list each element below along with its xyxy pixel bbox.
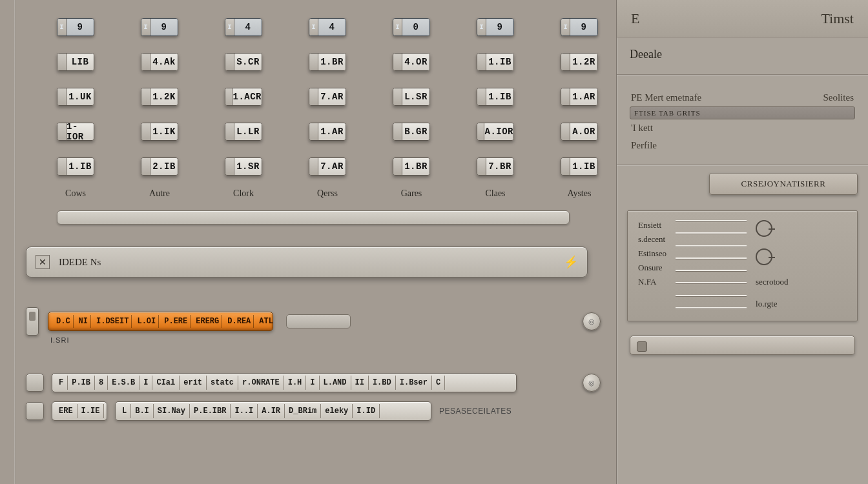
grid-cell[interactable]: 1.IB [561, 157, 598, 176]
grid-cell[interactable]: 4.OR [393, 53, 430, 71]
column-label: Qerss [309, 188, 346, 199]
column-label: Gares [393, 188, 430, 199]
header-cell[interactable]: I9 [57, 18, 94, 36]
details-section: Deeale [617, 37, 868, 75]
dial-control[interactable] [756, 220, 772, 237]
track-toggle-label: I.SRI [50, 336, 69, 344]
dial-control[interactable] [756, 248, 772, 265]
inspector-header: E Timst [617, 0, 868, 37]
grid-cell[interactable]: 1.AR [309, 123, 346, 141]
sequence-clip-short[interactable]: EREI.IEO [52, 401, 107, 421]
scrollbar[interactable] [57, 210, 570, 225]
active-clip[interactable]: D.C NI I.DSEIT L.OI P.ERE ERERG D.REA AT… [48, 312, 273, 331]
header-cell[interactable]: I4 [225, 18, 262, 36]
column-label: Claes [477, 188, 514, 199]
header-cell[interactable]: I0 [393, 18, 430, 36]
sequence-clip[interactable]: LB.ISI.Nay P.E.IBRI..IA.IR D_BRimelekyI.… [115, 401, 431, 421]
clip-tail[interactable] [286, 314, 351, 328]
grid-cell[interactable]: 1.BR [393, 157, 430, 176]
grid-row: 1-IOR 1.IK L.LR 1.AR B.GR A.IOR A.OR [26, 123, 601, 141]
track-toggle[interactable] [26, 307, 39, 336]
header-cell[interactable]: I4 [309, 18, 346, 36]
list-item-selected[interactable]: FTISE TAB GRITS [630, 106, 855, 119]
column-label: Autre [141, 188, 178, 199]
inspector-slider[interactable] [630, 336, 855, 355]
grid-cell[interactable]: 1.IK [141, 123, 178, 141]
grid-cell[interactable]: L.LR [225, 123, 262, 141]
header-left-label: E [631, 10, 639, 27]
list-section: PE Mert emetnafe Seolites FTISE TAB GRIT… [617, 75, 868, 165]
action-button[interactable]: CRSEJOYNATISIERR [709, 173, 858, 195]
row-knob-icon[interactable]: ◎ [583, 374, 601, 392]
grid-cell[interactable]: S.CR [225, 53, 262, 71]
grid-cell[interactable]: 1-IOR [57, 123, 94, 141]
grid-cell[interactable]: 1.2R [561, 53, 598, 71]
list-item[interactable]: Perfile [630, 137, 855, 154]
grid-cell[interactable]: 7.AR [309, 157, 346, 176]
grid-cell[interactable]: 2.IB [141, 157, 178, 176]
row-meta-label: PESASECEILATES [439, 407, 510, 416]
param-label: Estinseo [638, 248, 666, 259]
param-label: Ensiett [638, 220, 666, 230]
sequence-clip[interactable]: FP.IB8 E.S.BICIal eritstatcr.ONRATE I.HI… [52, 373, 517, 392]
grid-row: 1.IB 2.IB 1.SR 7.AR 1.BR 7.BR 1.IB [26, 157, 601, 176]
header-cell[interactable]: I9 [477, 18, 514, 36]
bolt-icon[interactable]: ⚡ [564, 255, 578, 269]
grid-row: 1.UK 1.2K 1.ACR 7.AR L.SR 1.IB 1.AR [26, 88, 601, 106]
grid-cell[interactable]: 1.IB [477, 88, 514, 106]
grid-cell[interactable]: LIB [57, 53, 94, 71]
grid-cell[interactable]: 1.ACR [225, 88, 262, 106]
row-pad[interactable] [26, 374, 44, 392]
grid-cell[interactable]: 1.IB [477, 53, 514, 71]
param-side-label: lo.rgte [756, 299, 777, 309]
grid-cell[interactable]: 7.AR [309, 88, 346, 106]
grid-cell[interactable]: 1.2K [141, 88, 178, 106]
track-region: I.SRI D.C NI I.DSEIT L.OI P.ERE ERERG D.… [26, 307, 601, 336]
grid-cell[interactable]: 1.UK [57, 88, 94, 106]
grid-cell[interactable]: 1.SR [225, 157, 262, 176]
param-side-label: secrotood [756, 277, 789, 287]
inspector-panel: E Timst Deeale PE Mert emetnafe Seolites… [616, 0, 868, 484]
grid-header-row: I9 I9 I4 I4 I0 I9 I9 [26, 18, 601, 36]
parameters-box: Ensiett s.decent Estinseo Onsure N.FA se… [627, 210, 858, 321]
sequence-row: FP.IB8 E.S.BICIal eritstatcr.ONRATE I.HI… [26, 373, 601, 392]
grid-row: LIB 4.Ak S.CR 1.BR 4.OR 1.IB 1.2R [26, 53, 601, 71]
tab-strip: ✕ IDEDE Ns ⚡ [26, 247, 588, 277]
grid-cell[interactable]: B.GR [393, 123, 430, 141]
data-grid: I9 I9 I4 I4 I0 I9 I9 LIB 4.Ak S.CR 1.BR … [26, 15, 601, 234]
sequence-row: EREI.IEO LB.ISI.Nay P.E.IBRI..IA.IR D_BR… [26, 401, 601, 421]
knob-icon[interactable]: ◎ [583, 312, 601, 330]
sequence-rows: FP.IB8 E.S.BICIal eritstatcr.ONRATE I.HI… [26, 373, 601, 421]
tab-close-button[interactable]: ✕ [36, 255, 50, 269]
grid-cell[interactable]: 1.BR [309, 53, 346, 71]
param-label: s.decent [638, 234, 666, 245]
grid-cell[interactable]: 1.AR [561, 88, 598, 106]
column-labels: Cows Autre Clork Qerss Gares Claes Ayste… [26, 188, 601, 199]
grid-cell[interactable]: 1.IB [57, 157, 94, 176]
level-meter-icon [676, 220, 747, 309]
column-label: Clork [225, 188, 262, 199]
header-cell[interactable]: I9 [141, 18, 178, 36]
row-pad[interactable] [26, 402, 44, 420]
grid-cell[interactable]: A.OR [561, 123, 598, 141]
list-item[interactable]: 'I kett [630, 119, 855, 137]
grid-cell[interactable]: 4.Ak [141, 53, 178, 71]
header-right-label: Timst [821, 10, 854, 27]
list-header: PE Mert emetnafe Seolites [630, 89, 855, 106]
grid-cell[interactable]: 7.BR [477, 157, 514, 176]
param-label: Onsure [638, 263, 666, 273]
tab-label[interactable]: IDEDE Ns [59, 257, 101, 268]
main-panel: I9 I9 I4 I4 I0 I9 I9 LIB 4.Ak S.CR 1.BR … [0, 0, 616, 484]
param-label: N.FA [638, 277, 666, 287]
column-label: Aystes [561, 188, 598, 199]
header-cell[interactable]: I9 [561, 18, 598, 36]
grid-cell[interactable]: A.IOR [477, 123, 514, 141]
grid-cell[interactable]: L.SR [393, 88, 430, 106]
column-label: Cows [57, 188, 94, 199]
section-title: Deeale [630, 48, 855, 61]
